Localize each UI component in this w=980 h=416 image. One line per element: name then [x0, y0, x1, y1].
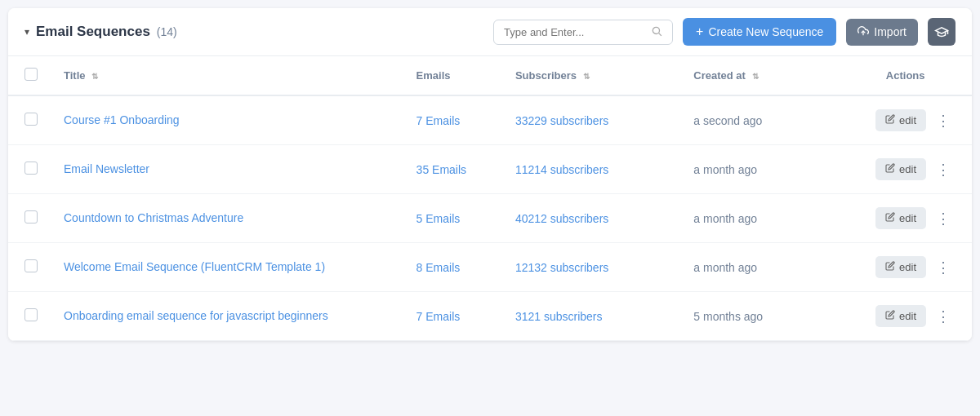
row-subscribers-value-4: 3121 subscribers: [515, 310, 603, 323]
more-options-button-3[interactable]: ⋮: [931, 259, 956, 277]
actions-group-4: edit ⋮: [852, 305, 956, 327]
svg-line-1: [659, 33, 662, 35]
sequence-count: (14): [157, 25, 177, 38]
row-subscribers-cell: 40212 subscribers: [502, 194, 680, 243]
edit-pencil-icon-4: [885, 310, 895, 322]
create-button-label: Create New Sequence: [708, 25, 823, 38]
select-all-checkbox[interactable]: [24, 68, 38, 81]
table-row: Countdown to Christmas Adventure 5 Email…: [8, 194, 972, 243]
subscribers-sort-icon[interactable]: ⇅: [583, 72, 590, 81]
row-title-cell: Countdown to Christmas Adventure: [51, 194, 403, 243]
th-created[interactable]: Created at ⇅: [680, 56, 839, 95]
row-emails-value-0: 7 Emails: [416, 114, 461, 127]
row-actions-cell: edit ⋮: [839, 292, 972, 341]
row-actions-cell: edit ⋮: [839, 95, 972, 145]
sequence-title-link-1[interactable]: Email Newsletter: [64, 162, 149, 175]
row-subscribers-value-2: 40212 subscribers: [515, 212, 608, 225]
row-subscribers-cell: 33229 subscribers: [502, 95, 680, 145]
row-checkbox-cell: [8, 145, 51, 194]
row-emails-value-2: 5 Emails: [416, 212, 461, 225]
row-subscribers-value-3: 12132 subscribers: [515, 261, 608, 274]
row-created-value-4: 5 months ago: [693, 310, 763, 323]
th-emails-label: Emails: [416, 69, 451, 82]
actions-group-1: edit ⋮: [852, 158, 956, 180]
th-checkbox: [8, 56, 51, 95]
th-actions: Actions: [839, 56, 972, 95]
plus-icon: +: [696, 24, 703, 39]
th-subscribers-label: Subscribers: [515, 69, 577, 82]
sequence-title-link-0[interactable]: Course #1 Onboarding: [64, 113, 180, 126]
more-options-button-4[interactable]: ⋮: [931, 308, 956, 325]
row-emails-value-3: 8 Emails: [416, 261, 461, 274]
actions-group-2: edit ⋮: [852, 207, 956, 229]
import-button[interactable]: Import: [846, 19, 918, 46]
th-title[interactable]: Title ⇅: [51, 56, 403, 95]
search-input[interactable]: [504, 26, 644, 38]
th-created-label: Created at: [693, 69, 746, 82]
sequence-title-link-2[interactable]: Countdown to Christmas Adventure: [64, 211, 243, 224]
row-checkbox-0[interactable]: [24, 113, 38, 126]
edit-btn-label-1: edit: [899, 163, 916, 175]
edit-button-3[interactable]: edit: [875, 256, 926, 278]
row-subscribers-cell: 11214 subscribers: [502, 145, 680, 194]
edit-button-0[interactable]: edit: [875, 109, 926, 131]
edit-button-1[interactable]: edit: [875, 158, 926, 180]
title-sort-icon[interactable]: ⇅: [91, 72, 98, 81]
row-emails-cell: 35 Emails: [403, 145, 502, 194]
svg-point-0: [653, 27, 659, 33]
row-checkbox-4[interactable]: [24, 308, 38, 321]
row-actions-cell: edit ⋮: [839, 145, 972, 194]
row-checkbox-3[interactable]: [24, 259, 38, 272]
page-header: ▾ Email Sequences (14) + Create New Sequ…: [8, 8, 972, 56]
row-checkbox-1[interactable]: [24, 162, 38, 175]
more-options-button-1[interactable]: ⋮: [931, 161, 956, 179]
more-options-button-2[interactable]: ⋮: [931, 210, 956, 228]
table-header-row: Title ⇅ Emails Subscribers ⇅ Created at …: [8, 56, 972, 95]
row-subscribers-value-1: 11214 subscribers: [515, 163, 608, 176]
sequence-title-link-3[interactable]: Welcome Email Sequence (FluentCRM Templa…: [64, 260, 325, 273]
sequence-title-link-4[interactable]: Onboarding email sequence for javascript…: [64, 309, 328, 322]
row-checkbox-cell: [8, 194, 51, 243]
th-actions-label: Actions: [886, 69, 925, 82]
more-options-button-0[interactable]: ⋮: [931, 112, 956, 130]
row-emails-value-4: 7 Emails: [416, 310, 461, 323]
th-subscribers[interactable]: Subscribers ⇅: [502, 56, 680, 95]
row-created-value-3: a month ago: [693, 261, 757, 274]
th-emails: Emails: [403, 56, 502, 95]
sequences-table-container: Title ⇅ Emails Subscribers ⇅ Created at …: [8, 56, 972, 341]
row-actions-cell: edit ⋮: [839, 194, 972, 243]
row-subscribers-cell: 3121 subscribers: [502, 292, 680, 341]
row-created-cell: a month ago: [680, 243, 839, 292]
create-sequence-button[interactable]: + Create New Sequence: [683, 18, 836, 46]
actions-group-3: edit ⋮: [852, 256, 956, 278]
row-title-cell: Course #1 Onboarding: [51, 95, 403, 145]
title-area: ▾ Email Sequences (14): [24, 24, 483, 40]
upload-icon: [858, 25, 869, 39]
edit-btn-label-3: edit: [899, 261, 916, 273]
edit-btn-label-2: edit: [899, 212, 916, 224]
graduation-icon-button[interactable]: [928, 18, 956, 46]
edit-pencil-icon-3: [885, 261, 895, 273]
edit-pencil-icon-0: [885, 114, 895, 126]
row-actions-cell: edit ⋮: [839, 243, 972, 292]
row-emails-cell: 7 Emails: [403, 292, 502, 341]
edit-button-2[interactable]: edit: [875, 207, 926, 229]
row-created-cell: a month ago: [680, 145, 839, 194]
created-sort-icon[interactable]: ⇅: [752, 72, 759, 81]
row-checkbox-cell: [8, 243, 51, 292]
table-row: Welcome Email Sequence (FluentCRM Templa…: [8, 243, 972, 292]
edit-btn-label-0: edit: [899, 114, 916, 126]
table-row: Onboarding email sequence for javascript…: [8, 292, 972, 341]
row-checkbox-2[interactable]: [24, 210, 38, 223]
row-title-cell: Email Newsletter: [51, 145, 403, 194]
table-row: Course #1 Onboarding 7 Emails 33229 subs…: [8, 95, 972, 145]
collapse-icon[interactable]: ▾: [24, 26, 29, 38]
row-subscribers-value-0: 33229 subscribers: [515, 114, 608, 127]
table-row: Email Newsletter 35 Emails 11214 subscri…: [8, 145, 972, 194]
row-created-value-0: a second ago: [693, 114, 762, 127]
search-icon: [651, 25, 662, 39]
edit-button-4[interactable]: edit: [875, 305, 926, 327]
row-emails-cell: 5 Emails: [403, 194, 502, 243]
row-emails-cell: 8 Emails: [403, 243, 502, 292]
search-box: [493, 20, 673, 45]
